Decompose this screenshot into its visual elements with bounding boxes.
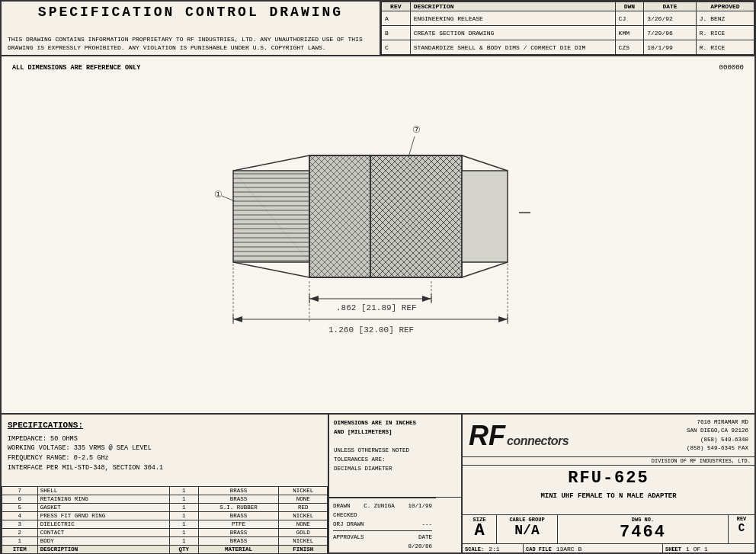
svg-rect-29 [370,155,462,277]
checked-row: CHECKED [333,511,432,520]
qty-cell: 1 [169,537,198,546]
svg-line-32 [233,155,309,171]
date-cell: 7/29/96 [644,26,697,40]
material-cell: BRASS [198,529,279,537]
company-header: RF connectors 7610 MIRAMAR RD SAN DIEGO,… [463,415,754,457]
revision-row: A ENGINEERING RELEASE CJ 3/26/92 J. BENZ [382,11,754,26]
svg-text:.862 [21.89] REF: .862 [21.89] REF [336,303,417,312]
date-cell: 3/26/92 [644,11,697,26]
qty-cell: 1 [169,529,198,537]
cad-box: CAD FILE 13ARC B [524,544,663,554]
rf-logo: RF connectors [469,420,569,452]
dwn-cell: KMM [615,26,644,40]
finish-cell: RED [279,504,328,512]
svg-line-35 [233,262,309,277]
qty-cell: 1 [169,520,198,529]
revision-row: C STANDARDIZE SHELL & BODY DIMS / CORREC… [382,40,754,55]
parts-row: 5 GASKET 1 S.I. RUBBER RED [2,504,328,512]
qty-col-header: QTY [169,546,198,554]
part-ref: 000000 [719,64,744,72]
cable-box: CABLE GROUP N/A [497,515,558,543]
svg-rect-25 [309,155,370,277]
orj-drawn-row: ORJ DRAWN --- [333,520,432,529]
svg-line-37 [462,262,508,277]
finish-cell: GOLD [279,529,328,537]
item-cell: 3 [2,520,38,529]
drawn-block: DRAWN C. ZUNIGA 10/1/99 CHECKED ORJ DRAW… [329,498,436,554]
svg-text:1.260 [32.00] REF: 1.260 [32.00] REF [328,325,414,335]
rev-cell: A [382,11,411,26]
cad-file-label: CAD FILE [526,546,552,552]
svg-line-33 [462,155,508,171]
company-division: DIVISION OF RF INDUSTRIES, LTD. [463,457,754,466]
specs-title: SPECIFICATIONS: [8,419,322,432]
parts-row: 7 SHELL 1 BRASS NICKEL [2,487,328,495]
cable-group-label: CABLE GROUP [498,517,556,523]
connector-svg: ① ⑦ .862 [21.89] REF 1.260 [32.00] REF [187,87,569,376]
dwn-cell: CJ [615,11,644,26]
company-address1: 7610 MIRAMAR RD [575,418,748,427]
material-cell: BRASS [198,537,279,546]
specs-text: SPECIFICATIONS: IMPEDANCE: 50 OHMS WORKI… [2,415,328,478]
approvals-row: APPROVALS DATE [333,530,432,542]
finish-col-header: FINISH [279,546,328,554]
desc-cell-parts: RETAINING RING [37,495,169,504]
scale-value: 2:1 [489,546,499,552]
date-label-drawn: DATE [418,533,432,542]
info-block: DIMENSIONS ARE IN INCHES AND [MILLIMETER… [329,415,754,554]
tol-line5: TOLERANCES ARE: [334,455,456,464]
company-address2: SAN DIEGO,CA 92126 [575,427,748,435]
orj-date: 8/20/86 [408,542,432,551]
interface: INTERFACE PER MIL-STD-348, SECTION 304.1 [8,463,322,473]
company-info: 7610 MIRAMAR RD SAN DIEGO,CA 92126 (858)… [575,418,748,453]
part-number-row: RFU-625 [463,466,754,491]
bottom-section: SPECIFICATIONS: IMPEDANCE: 50 OHMS WORKI… [2,415,754,554]
qty-cell: 1 [169,512,198,520]
rev-cell: B [382,26,411,40]
size-box: SIZE A [463,515,497,543]
item-cell: 4 [2,512,38,520]
svg-line-41 [408,136,415,157]
dwg-no-value: 7464 [559,523,726,542]
drawn-row: DRAWN C. ZUNIGA 10/1/99 [333,501,432,511]
rev-box-bottom: REV C [728,515,754,543]
orj-drawn-by: --- [421,520,432,529]
desc-cell-parts: SHELL [37,487,169,495]
dwg-no-label: DWG NO. [559,517,726,523]
sheet-box: SHEET 1 OF 1 [663,544,754,554]
qty-cell: 1 [169,504,198,512]
desc-cell-parts: BODY [37,537,169,546]
orj-drawn-label: ORJ DRAWN [333,520,364,529]
size-cable-dwg-row: SIZE A CABLE GROUP N/A DWG NO. 7464 RE [463,514,754,543]
rev-value-bottom: C [731,522,752,534]
item-cell: 1 [2,537,38,546]
tol-line2: AND [MILLIMETERS] [334,428,456,437]
item-col-header: ITEM [2,546,38,554]
drawing-title: SPECIFICATION CONTROL DRAWING [8,5,373,20]
rev-header: REV [382,2,411,11]
cable-group-value: N/A [498,523,556,538]
item-cell: 6 [2,495,38,504]
company-fax: (858) 549-6345 FAX [575,444,748,453]
company-phone: (858) 549-6340 [575,436,748,444]
tol-line6: DECIMALS DIAMETER [334,464,456,473]
parts-row: 3 DIELECTRIC 1 PTFE NONE [2,520,328,529]
dwg-box: DWG NO. 7464 [558,515,728,543]
desc-cell-parts: PRESS FIT GRND RING [37,512,169,520]
desc-cell-parts: DIELECTRIC [37,520,169,529]
tol-drawn-block: DIMENSIONS ARE IN INCHES AND [MILLIMETER… [329,415,463,554]
desc-header: DESCRIPTION [410,2,615,11]
cad-file-value: 13ARC B [556,546,582,552]
revisions-table: REV DESCRIPTION DWN DATE APPROVED A ENGI… [381,2,754,55]
approved-cell: R. RICE [696,40,754,55]
material-cell: BRASS [198,487,279,495]
scale-box: SCALE: 2:1 [463,544,524,554]
finish-cell: NICKEL [279,487,328,495]
finish-cell: NONE [279,495,328,504]
tol-line4: UNLESS OTHERWISE NOTED [334,446,456,455]
sheet-value: 1 OF 1 [686,546,708,552]
item-cell: 5 [2,504,38,512]
svg-rect-30 [462,171,508,262]
header: SPECIFICATION CONTROL DRAWING THIS DRAWI… [2,2,754,56]
svg-marker-45 [309,296,319,302]
